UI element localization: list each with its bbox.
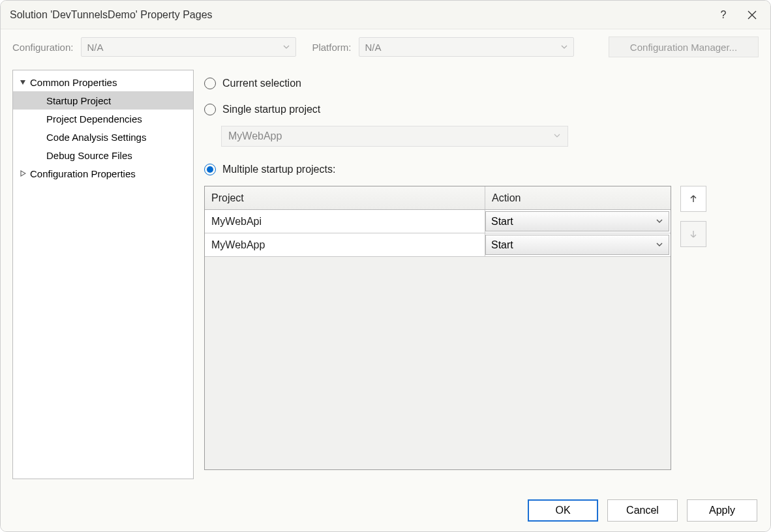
radio-label: Current selection — [222, 78, 301, 89]
radio-icon — [204, 78, 216, 89]
ok-button[interactable]: OK — [528, 499, 598, 522]
titlebar: Solution 'DevTunnelsDemo' Property Pages… — [1, 1, 770, 29]
radio-label: Multiple startup projects: — [222, 164, 335, 175]
toolbar: Configuration: N/A Platform: N/A Configu… — [1, 29, 770, 65]
chevron-down-icon — [282, 42, 290, 53]
expand-icon — [18, 169, 27, 178]
tree-label: Configuration Properties — [27, 168, 136, 179]
tree-label: Startup Project — [44, 95, 111, 106]
property-pages-dialog: Solution 'DevTunnelsDemo' Property Pages… — [0, 0, 771, 532]
startup-project-panel: Current selection Single startup project… — [204, 70, 759, 483]
apply-button[interactable]: Apply — [687, 499, 757, 522]
tree-label: Code Analysis Settings — [44, 132, 146, 143]
single-startup-dropdown[interactable]: MyWebApp — [221, 126, 568, 147]
configuration-value: N/A — [87, 42, 103, 53]
action-dropdown[interactable]: Start — [485, 235, 669, 255]
configuration-label: Configuration: — [12, 42, 73, 53]
radio-icon — [204, 104, 216, 115]
tree-item-debug-source[interactable]: Debug Source Files — [13, 146, 193, 164]
tree-label: Project Dependencies — [44, 113, 142, 125]
grid-header: Project Action — [205, 186, 671, 210]
action-value: Start — [491, 239, 513, 251]
tree-node-configuration-properties[interactable]: Configuration Properties — [13, 164, 193, 183]
nav-tree: Common Properties Startup Project Projec… — [12, 70, 194, 479]
tree-node-common-properties[interactable]: Common Properties — [13, 73, 193, 91]
configuration-manager-button[interactable]: Configuration Manager... — [609, 37, 759, 57]
action-value: Start — [491, 216, 513, 228]
platform-label: Platform: — [312, 42, 351, 53]
multi-startup-container: Project Action MyWebApi Start MyWebApp — [204, 186, 759, 470]
collapse-icon — [18, 78, 27, 87]
help-button[interactable]: ? — [709, 3, 738, 27]
tree-item-startup-project[interactable]: Startup Project — [13, 91, 193, 110]
action-dropdown[interactable]: Start — [485, 211, 669, 231]
grid-row[interactable]: MyWebApp Start — [205, 233, 671, 257]
col-action[interactable]: Action — [485, 186, 671, 209]
chevron-down-icon — [560, 42, 568, 53]
startup-projects-grid: Project Action MyWebApi Start MyWebApp — [204, 186, 671, 470]
radio-single-startup[interactable]: Single startup project — [204, 100, 759, 119]
chevron-down-icon — [553, 130, 561, 142]
col-project[interactable]: Project — [205, 186, 485, 209]
radio-icon — [204, 164, 216, 175]
chevron-down-icon — [656, 216, 663, 228]
reorder-arrows — [680, 186, 706, 470]
configuration-dropdown[interactable]: N/A — [81, 37, 296, 57]
move-up-button[interactable] — [680, 186, 706, 212]
radio-multiple-startup[interactable]: Multiple startup projects: — [204, 160, 759, 179]
dialog-body: Common Properties Startup Project Projec… — [1, 65, 770, 490]
move-down-button[interactable] — [680, 221, 706, 247]
radio-label: Single startup project — [222, 104, 320, 115]
chevron-down-icon — [656, 239, 663, 251]
tree-item-code-analysis[interactable]: Code Analysis Settings — [13, 128, 193, 146]
cell-project: MyWebApp — [205, 233, 485, 256]
tree-item-project-dependencies[interactable]: Project Dependencies — [13, 110, 193, 128]
single-startup-value: MyWebApp — [228, 130, 282, 142]
window-title: Solution 'DevTunnelsDemo' Property Pages — [10, 9, 709, 21]
radio-current-selection[interactable]: Current selection — [204, 74, 759, 93]
platform-value: N/A — [365, 42, 381, 53]
tree-label: Debug Source Files — [44, 150, 132, 161]
tree-label: Common Properties — [27, 77, 117, 88]
cancel-button[interactable]: Cancel — [607, 499, 678, 522]
cell-project: MyWebApi — [205, 210, 485, 233]
close-button[interactable] — [738, 3, 766, 27]
grid-row[interactable]: MyWebApi Start — [205, 210, 671, 233]
platform-dropdown[interactable]: N/A — [359, 37, 574, 57]
dialog-footer: OK Cancel Apply — [1, 490, 770, 531]
